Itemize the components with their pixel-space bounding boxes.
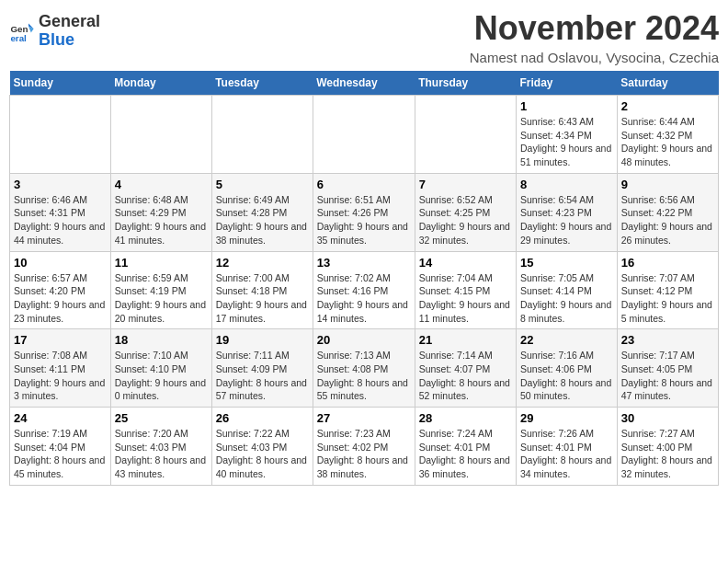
calendar-cell: 28Sunrise: 7:24 AM Sunset: 4:01 PM Dayli… [415,408,516,486]
calendar-week-1: 1Sunrise: 6:43 AM Sunset: 4:34 PM Daylig… [10,96,719,174]
calendar-cell: 29Sunrise: 7:26 AM Sunset: 4:01 PM Dayli… [517,408,618,486]
calendar-cell: 10Sunrise: 6:57 AM Sunset: 4:20 PM Dayli… [10,251,111,329]
day-info: Sunrise: 6:54 AM Sunset: 4:23 PM Dayligh… [520,193,613,247]
day-number: 5 [216,178,309,191]
day-number: 9 [621,178,714,191]
calendar-cell: 13Sunrise: 7:02 AM Sunset: 4:16 PM Dayli… [313,251,415,329]
logo: Gen eral General Blue [9,13,100,50]
day-number: 8 [520,178,613,191]
calendar-cell: 8Sunrise: 6:54 AM Sunset: 4:23 PM Daylig… [517,173,618,251]
logo-text: General Blue [39,13,100,50]
day-number: 4 [115,178,208,191]
day-info: Sunrise: 7:14 AM Sunset: 4:07 PM Dayligh… [419,349,512,403]
day-info: Sunrise: 6:51 AM Sunset: 4:26 PM Dayligh… [317,193,411,247]
day-number: 25 [115,411,208,425]
day-info: Sunrise: 7:27 AM Sunset: 4:00 PM Dayligh… [621,427,714,481]
day-number: 10 [14,256,107,270]
day-number: 2 [621,99,714,113]
day-info: Sunrise: 7:23 AM Sunset: 4:02 PM Dayligh… [317,427,411,481]
day-info: Sunrise: 7:05 AM Sunset: 4:14 PM Dayligh… [520,271,613,326]
day-info: Sunrise: 7:02 AM Sunset: 4:16 PM Dayligh… [317,271,411,326]
calendar-cell: 12Sunrise: 7:00 AM Sunset: 4:18 PM Dayli… [211,251,313,329]
calendar-cell: 5Sunrise: 6:49 AM Sunset: 4:28 PM Daylig… [211,173,313,251]
calendar-cell: 22Sunrise: 7:16 AM Sunset: 4:06 PM Dayli… [517,329,618,408]
day-number: 17 [14,333,107,347]
calendar-cell: 6Sunrise: 6:51 AM Sunset: 4:26 PM Daylig… [313,173,415,251]
calendar-header-row: SundayMondayTuesdayWednesdayThursdayFrid… [10,71,719,96]
logo-icon: Gen eral [9,18,35,44]
day-info: Sunrise: 7:26 AM Sunset: 4:01 PM Dayligh… [520,427,613,481]
day-info: Sunrise: 7:22 AM Sunset: 4:03 PM Dayligh… [216,427,309,481]
calendar-cell: 18Sunrise: 7:10 AM Sunset: 4:10 PM Dayli… [110,329,211,408]
page-header: Gen eral General Blue November 2024 Name… [9,9,719,65]
day-number: 23 [621,333,714,347]
day-info: Sunrise: 7:16 AM Sunset: 4:06 PM Dayligh… [520,349,613,403]
location-subtitle: Namest nad Oslavou, Vysocina, Czechia [470,50,719,65]
day-number: 18 [115,333,208,347]
day-info: Sunrise: 6:48 AM Sunset: 4:29 PM Dayligh… [115,193,208,247]
day-info: Sunrise: 6:46 AM Sunset: 4:31 PM Dayligh… [14,193,107,247]
day-number: 24 [14,411,107,425]
calendar-cell: 7Sunrise: 6:52 AM Sunset: 4:25 PM Daylig… [415,173,516,251]
day-number: 7 [419,178,512,191]
day-info: Sunrise: 6:57 AM Sunset: 4:20 PM Dayligh… [14,271,107,326]
header-saturday: Saturday [617,71,718,96]
calendar-cell: 2Sunrise: 6:44 AM Sunset: 4:32 PM Daylig… [617,96,718,174]
day-info: Sunrise: 7:20 AM Sunset: 4:03 PM Dayligh… [115,427,208,481]
day-info: Sunrise: 7:13 AM Sunset: 4:08 PM Dayligh… [317,349,411,403]
calendar-cell: 14Sunrise: 7:04 AM Sunset: 4:15 PM Dayli… [415,251,516,329]
header-tuesday: Tuesday [211,71,313,96]
day-info: Sunrise: 6:49 AM Sunset: 4:28 PM Dayligh… [216,193,309,247]
calendar-cell: 19Sunrise: 7:11 AM Sunset: 4:09 PM Dayli… [211,329,313,408]
day-info: Sunrise: 7:00 AM Sunset: 4:18 PM Dayligh… [216,271,309,326]
day-number: 13 [317,256,411,270]
calendar-cell: 25Sunrise: 7:20 AM Sunset: 4:03 PM Dayli… [110,408,211,486]
day-info: Sunrise: 6:52 AM Sunset: 4:25 PM Dayligh… [419,193,512,247]
calendar-cell: 30Sunrise: 7:27 AM Sunset: 4:00 PM Dayli… [617,408,718,486]
day-number: 16 [621,256,714,270]
day-info: Sunrise: 6:43 AM Sunset: 4:34 PM Dayligh… [520,115,613,169]
day-info: Sunrise: 7:11 AM Sunset: 4:09 PM Dayligh… [216,349,309,403]
calendar-cell: 23Sunrise: 7:17 AM Sunset: 4:05 PM Dayli… [617,329,718,408]
calendar-week-5: 24Sunrise: 7:19 AM Sunset: 4:04 PM Dayli… [10,408,719,486]
calendar-cell: 24Sunrise: 7:19 AM Sunset: 4:04 PM Dayli… [10,408,111,486]
header-thursday: Thursday [415,71,516,96]
calendar-cell: 17Sunrise: 7:08 AM Sunset: 4:11 PM Dayli… [10,329,111,408]
day-info: Sunrise: 7:04 AM Sunset: 4:15 PM Dayligh… [419,271,512,326]
header-sunday: Sunday [10,71,111,96]
day-number: 1 [520,99,613,113]
calendar-cell [211,96,313,174]
calendar-week-3: 10Sunrise: 6:57 AM Sunset: 4:20 PM Dayli… [10,251,719,329]
calendar-week-2: 3Sunrise: 6:46 AM Sunset: 4:31 PM Daylig… [10,173,719,251]
header-friday: Friday [517,71,618,96]
day-info: Sunrise: 6:59 AM Sunset: 4:19 PM Dayligh… [115,271,208,326]
day-number: 22 [520,333,613,347]
calendar-cell: 4Sunrise: 6:48 AM Sunset: 4:29 PM Daylig… [110,173,211,251]
calendar-cell: 1Sunrise: 6:43 AM Sunset: 4:34 PM Daylig… [517,96,618,174]
day-number: 19 [216,333,309,347]
day-info: Sunrise: 7:19 AM Sunset: 4:04 PM Dayligh… [14,427,107,481]
calendar-cell: 20Sunrise: 7:13 AM Sunset: 4:08 PM Dayli… [313,329,415,408]
day-number: 21 [419,333,512,347]
day-info: Sunrise: 7:24 AM Sunset: 4:01 PM Dayligh… [419,427,512,481]
calendar-cell: 15Sunrise: 7:05 AM Sunset: 4:14 PM Dayli… [517,251,618,329]
day-number: 3 [14,178,107,191]
calendar-cell [10,96,111,174]
svg-text:eral: eral [10,33,27,43]
calendar-cell [313,96,415,174]
day-info: Sunrise: 6:44 AM Sunset: 4:32 PM Dayligh… [621,115,714,169]
header-wednesday: Wednesday [313,71,415,96]
calendar-cell: 16Sunrise: 7:07 AM Sunset: 4:12 PM Dayli… [617,251,718,329]
day-info: Sunrise: 7:07 AM Sunset: 4:12 PM Dayligh… [621,271,714,326]
calendar-week-4: 17Sunrise: 7:08 AM Sunset: 4:11 PM Dayli… [10,329,719,408]
calendar-cell: 26Sunrise: 7:22 AM Sunset: 4:03 PM Dayli… [211,408,313,486]
month-title: November 2024 [470,9,719,48]
day-number: 6 [317,178,411,191]
header-monday: Monday [110,71,211,96]
calendar-cell: 21Sunrise: 7:14 AM Sunset: 4:07 PM Dayli… [415,329,516,408]
calendar-cell: 11Sunrise: 6:59 AM Sunset: 4:19 PM Dayli… [110,251,211,329]
calendar-table: SundayMondayTuesdayWednesdayThursdayFrid… [9,71,719,486]
calendar-cell [415,96,516,174]
calendar-cell: 27Sunrise: 7:23 AM Sunset: 4:02 PM Dayli… [313,408,415,486]
day-number: 14 [419,256,512,270]
